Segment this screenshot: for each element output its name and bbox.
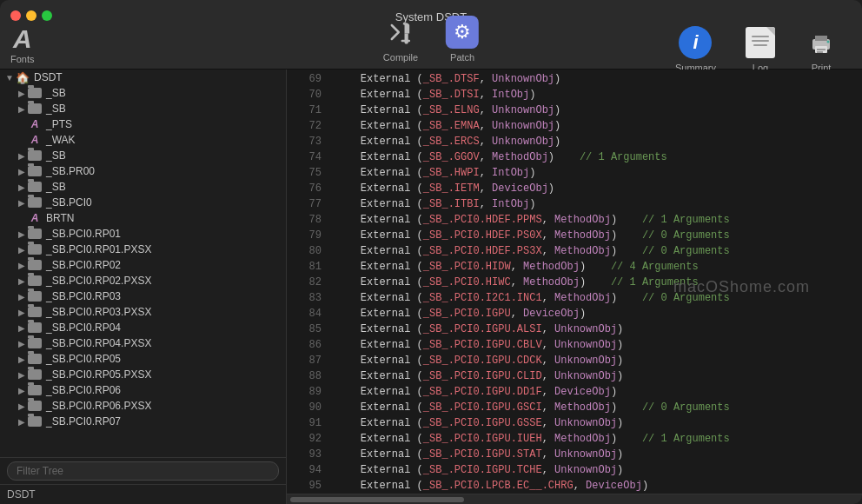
chevron-right-icon: ▶ [16,276,28,286]
sidebar-item-rp01pxsx[interactable]: ▶ _SB.PCI0.RP01.PXSX [0,242,286,257]
chevron-right-icon: ▶ [16,323,28,333]
chevron-right-icon: ▶ [16,292,28,302]
chevron-right-icon: ▶ [16,261,28,270]
folder-icon [28,244,42,255]
code-line: 78 External (_SB_.PCI0.HDEF.PPMS, Method… [287,214,862,229]
code-line: 75 External (_SB_.HWPI, IntObj) [287,167,862,182]
sidebar-item-rp07[interactable]: ▶ _SB.PCI0.RP07 [0,414,286,429]
chevron-right-icon: ▶ [16,370,28,380]
code-line: 69 External (_SB_.DTSF, UnknownObj) [287,73,862,89]
print-button[interactable]: Print [791,26,852,73]
summary-icon: i [679,26,712,59]
sidebar-item-label: _SB.PCI0.RP01 [46,228,121,240]
code-line: 95 External (_SB_.PCI0.LPCB.EC__.CHRG, D… [287,480,862,494]
sidebar-footer-label: DSDT [7,488,36,501]
code-line: 89 External (_SB_.PCI0.IGPU.DD1F, Device… [287,386,862,401]
sidebar-item-sb-3[interactable]: ▶ _SB [0,148,286,163]
summary-button[interactable]: i Summary [661,26,730,73]
sidebar-item-brtn[interactable]: ▶ A BRTN [0,210,286,226]
compile-label: Compile [383,52,418,63]
code-line: 79 External (_SB_.PCI0.HDEF.PS0X, Method… [287,229,862,245]
patch-button[interactable]: ⚙ Patch [432,16,493,63]
sidebar-item-label: BRTN [46,212,74,224]
minimize-button[interactable] [26,10,36,21]
horizontal-scrollbar[interactable] [287,494,862,504]
fonts-label: Fonts [10,54,35,64]
sidebar-item-label: _SB.PCI0.RP02 [46,259,121,271]
code-line: 81 External (_SB_.PCI0.HIDW, MethodObj) … [287,261,862,276]
code-line: 91 External (_SB_.PCI0.IGPU.GSSE, Unknow… [287,417,862,433]
sidebar-item-rp04[interactable]: ▶ _SB.PCI0.RP04 [0,320,286,335]
sidebar-item-rp02[interactable]: ▶ _SB.PCI0.RP02 [0,257,286,273]
print-icon [805,26,838,59]
method-icon: A [28,118,42,130]
sidebar-item-rp03pxsx[interactable]: ▶ _SB.PCI0.RP03.PXSX [0,304,286,320]
sidebar-item-label: _SB.PR00 [46,165,95,177]
sidebar-item-rp06[interactable]: ▶ _SB.PCI0.RP06 [0,382,286,398]
svg-point-5 [827,41,830,43]
sidebar-item-label: _SB.PCI0.RP03 [46,290,121,302]
chevron-right-icon: ▶ [16,198,28,208]
sidebar-item-label: _SB.PCI0.RP05.PXSX [46,368,151,381]
svg-rect-3 [817,49,826,50]
filter-input[interactable] [7,461,279,481]
code-line: 87 External (_SB_.PCI0.IGPU.CDCK, Unknow… [287,355,862,370]
sidebar-item-rp06pxsx[interactable]: ▶ _SB.PCI0.RP06.PXSX [0,398,286,414]
code-line: 76 External (_SB_.IETM, DeviceObj) [287,182,862,198]
compile-button[interactable]: Compile [369,16,432,63]
folder-icon [28,338,42,348]
fullscreen-button[interactable] [42,10,52,21]
sidebar-item-wak[interactable]: ▶ A _WAK [0,132,286,148]
sidebar-item-sb-1[interactable]: ▶ _SB [0,85,286,101]
sidebar-item-label: DSDT [34,71,63,83]
sidebar-item-rp05pxsx[interactable]: ▶ _SB.PCI0.RP05.PXSX [0,367,286,382]
sidebar-item-sbpr00[interactable]: ▶ _SB.PR00 [0,163,286,179]
chevron-right-icon: ▶ [16,355,28,364]
method-icon: A [28,212,42,224]
folder-icon [28,307,42,317]
titlebar: A Fonts System DSDT Compile [0,0,862,70]
chevron-right-icon: ▶ [16,151,28,161]
scrollbar-thumb[interactable] [290,497,464,502]
chevron-right-icon: ▶ [16,308,28,317]
sidebar-item-label: _SB.PCI0.RP04.PXSX [46,337,151,349]
sidebar-item-label: _SB.PCI0.RP06 [46,384,121,396]
folder-icon [28,260,42,270]
spacer: ▶ [16,214,28,223]
sidebar-item-label: _SB.PCI0.RP02.PXSX [46,275,151,287]
sidebar-item-dsdt[interactable]: ▼ 🏠 DSDT [0,70,286,85]
sidebar-item-rp02pxsx[interactable]: ▶ _SB.PCI0.RP02.PXSX [0,273,286,288]
code-line: 85 External (_SB_.PCI0.IGPU.ALSI, Unknow… [287,323,862,339]
sidebar-item-label: _PTS [46,118,72,130]
sidebar-item-label: _SB.PCI0.RP07 [46,415,121,428]
folder-icon [28,275,42,286]
code-line: 70 External (_SB_.DTSI, IntObj) [287,89,862,104]
sidebar-item-rp05[interactable]: ▶ _SB.PCI0.RP05 [0,351,286,367]
code-line: 94 External (_SB_.PCI0.IGPU.TCHE, Unknow… [287,464,862,480]
code-line: 77 External (_SB_.ITBI, IntObj) [287,198,862,214]
sidebar-item-sbpci0[interactable]: ▶ _SB.PCI0 [0,195,286,210]
sidebar-item-sb-4[interactable]: ▶ _SB [0,179,286,195]
sidebar-item-label: _SB [46,103,66,115]
code-line: 72 External (_SB_.EMNA, UnknownObj) [287,120,862,136]
code-scroll[interactable]: 69 External (_SB_.DTSF, UnknownObj) 70 E… [287,70,862,494]
close-button[interactable] [10,10,21,21]
sidebar-item-sb-2[interactable]: ▶ _SB [0,101,286,116]
folder-icon [28,385,42,395]
code-line: 74 External (_SB_.GGOV, MethodObj) // 1 … [287,151,862,167]
chevron-right-icon: ▶ [16,182,28,192]
gear-icon: ⚙ [454,21,471,43]
chevron-right-icon: ▶ [16,167,28,176]
sidebar-item-rp04pxsx[interactable]: ▶ _SB.PCI0.RP04.PXSX [0,335,286,351]
sidebar-item-rp03[interactable]: ▶ _SB.PCI0.RP03 [0,288,286,304]
log-button[interactable]: Log [730,26,791,73]
sidebar-item-rp01[interactable]: ▶ _SB.PCI0.RP01 [0,226,286,242]
sidebar-item-label: _SB [46,87,66,99]
sidebar-scroll[interactable]: ▼ 🏠 DSDT ▶ _SB ▶ _SB ▶ A _PTS ▶ [0,70,286,457]
toolbar-right: i Summary Log [661,26,852,73]
main-content: ▼ 🏠 DSDT ▶ _SB ▶ _SB ▶ A _PTS ▶ [0,70,862,504]
code-line: 90 External (_SB_.PCI0.IGPU.GSCI, Method… [287,401,862,417]
svg-rect-1 [815,36,827,41]
folder-icon [28,150,42,161]
sidebar-item-pts[interactable]: ▶ A _PTS [0,116,286,132]
